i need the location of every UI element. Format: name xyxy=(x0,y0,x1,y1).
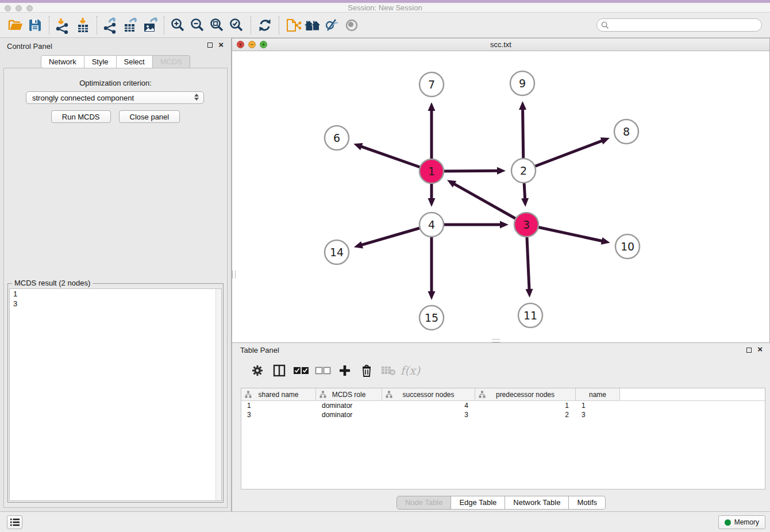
graph-node-15[interactable]: 15 xyxy=(419,306,444,330)
show-hide-eye-icon[interactable] xyxy=(342,16,361,35)
node-label: 4 xyxy=(428,218,435,231)
memory-button[interactable]: Memory xyxy=(718,515,765,529)
mcds-result-item[interactable]: 1 xyxy=(10,289,221,299)
export-image-icon[interactable] xyxy=(140,16,160,35)
toolbar-separator xyxy=(164,16,164,34)
column-header-MCDS-role[interactable]: MCDS role xyxy=(316,388,382,400)
column-header-name[interactable]: name xyxy=(576,388,620,400)
table-row[interactable]: 1dominator411 xyxy=(241,401,765,410)
graph-node-14[interactable]: 14 xyxy=(325,240,349,264)
refresh-icon[interactable] xyxy=(255,16,275,35)
export-table-icon[interactable] xyxy=(121,16,140,35)
table-cell: 3 xyxy=(382,411,475,419)
network-window-titlebar[interactable]: x – + scc.txt xyxy=(232,38,769,51)
application-window: Session: New Session xyxy=(0,0,770,532)
zoom-out-icon[interactable] xyxy=(188,16,207,35)
tab-style[interactable]: Style xyxy=(84,55,117,68)
titlebar: Session: New Session xyxy=(0,0,770,13)
delete-table-icon[interactable] xyxy=(379,361,398,380)
table-cell: 1 xyxy=(241,402,316,410)
mcds-result-item[interactable]: 3 xyxy=(10,299,221,309)
column-header-predecessor-nodes[interactable]: predecessor nodes xyxy=(475,388,576,400)
mcds-buttons: Run MCDS Close panel xyxy=(4,110,227,123)
resize-handle-bottom[interactable] xyxy=(492,339,500,342)
save-session-icon[interactable] xyxy=(25,16,45,35)
column-header-shared-name[interactable]: shared name xyxy=(241,388,316,400)
memory-label: Memory xyxy=(734,518,759,526)
zoom-fit-icon[interactable] xyxy=(207,16,227,35)
graph-node-9[interactable]: 9 xyxy=(510,71,534,95)
tab-network-table[interactable]: Network Table xyxy=(505,496,569,510)
close-panel-icon[interactable]: × xyxy=(218,39,224,51)
graph-node-10[interactable]: 10 xyxy=(615,234,640,259)
graph-node-7[interactable]: 7 xyxy=(419,72,444,97)
select-all-icon[interactable] xyxy=(291,361,311,380)
import-network-icon[interactable] xyxy=(53,16,73,35)
control-panel: Control Panel × NetworkStyleSelectMCDS O… xyxy=(0,38,232,511)
network-window: x – + scc.txt 1234678910111415 xyxy=(232,38,770,343)
column-label: shared name xyxy=(258,391,298,399)
search-icon xyxy=(601,21,609,29)
zoom-in-icon[interactable] xyxy=(168,16,188,35)
tab-network[interactable]: Network xyxy=(41,55,84,68)
graph-node-2[interactable]: 2 xyxy=(511,159,536,183)
tab-motifs[interactable]: Motifs xyxy=(569,496,606,510)
tab-node-table[interactable]: Node Table xyxy=(396,496,452,510)
graph-node-11[interactable]: 11 xyxy=(518,303,542,327)
table-settings-gear-icon[interactable] xyxy=(248,361,267,380)
node-table[interactable]: shared nameMCDS rolesuccessor nodesprede… xyxy=(241,388,765,489)
table-header-row: shared nameMCDS rolesuccessor nodesprede… xyxy=(241,388,765,401)
table-cell: dominator xyxy=(316,402,382,410)
float-panel-icon[interactable] xyxy=(207,43,213,48)
delete-column-trash-icon[interactable] xyxy=(357,361,376,380)
search-input[interactable] xyxy=(609,21,761,29)
show-column-panel-icon[interactable] xyxy=(270,361,289,380)
status-bar: Memory xyxy=(0,511,770,532)
graph-node-8[interactable]: 8 xyxy=(614,119,638,144)
graph-node-4[interactable]: 4 xyxy=(419,213,444,237)
function-builder-icon[interactable]: f(x) xyxy=(401,361,420,380)
table-cell: 3 xyxy=(241,411,316,419)
column-tree-icon xyxy=(479,391,486,398)
list-scrollbar[interactable] xyxy=(215,289,221,500)
graph-edge-3-1[interactable] xyxy=(447,180,526,225)
network-canvas[interactable]: 1234678910111415 xyxy=(232,51,769,342)
tab-edge-table[interactable]: Edge Table xyxy=(451,496,505,510)
main-toolbar xyxy=(0,13,770,38)
home-icon[interactable] xyxy=(303,16,322,35)
search-box[interactable] xyxy=(596,18,762,32)
deselect-all-icon[interactable] xyxy=(313,361,333,380)
run-mcds-button[interactable]: Run MCDS xyxy=(51,110,111,123)
close-panel-button[interactable]: Close panel xyxy=(119,110,180,123)
mcds-result-title: MCDS result (2 nodes) xyxy=(12,279,93,287)
graph-edge-3-10[interactable] xyxy=(526,225,610,245)
graph-node-6[interactable]: 6 xyxy=(325,126,349,150)
graph-node-1[interactable]: 1 xyxy=(419,159,444,183)
tab-select[interactable]: Select xyxy=(117,55,153,68)
column-header-successor-nodes[interactable]: successor nodes xyxy=(382,388,475,400)
export-network-icon[interactable] xyxy=(101,16,121,35)
table-panel: Table Panel × xyxy=(232,343,770,511)
table-row[interactable]: 3dominator323 xyxy=(241,410,765,419)
graph-node-3[interactable]: 3 xyxy=(514,213,538,237)
mcds-result-list[interactable]: 13 xyxy=(9,288,222,501)
create-column-plus-icon[interactable] xyxy=(335,361,355,380)
graph-edge-2-8[interactable] xyxy=(523,137,610,171)
close-table-panel-icon[interactable]: × xyxy=(757,344,763,355)
import-table-icon[interactable] xyxy=(73,16,93,35)
node-label: 15 xyxy=(425,311,438,324)
network-graph[interactable]: 1234678910111415 xyxy=(232,51,769,342)
criterion-select[interactable]: strongly connected component xyxy=(26,91,204,104)
node-label: 14 xyxy=(330,246,344,259)
open-session-icon[interactable] xyxy=(6,16,25,35)
zoom-selected-icon[interactable] xyxy=(227,16,247,35)
task-history-button[interactable] xyxy=(7,515,22,529)
control-panel-header: Control Panel × xyxy=(0,38,231,54)
tab-mcds[interactable]: MCDS xyxy=(153,55,190,68)
hide-glasses-icon[interactable] xyxy=(322,16,342,35)
node-label: 9 xyxy=(519,77,526,90)
resize-handle-left[interactable] xyxy=(232,271,236,279)
new-network-from-file-icon[interactable] xyxy=(283,16,303,35)
float-table-panel-icon[interactable] xyxy=(746,348,752,353)
node-label: 1 xyxy=(428,165,435,178)
